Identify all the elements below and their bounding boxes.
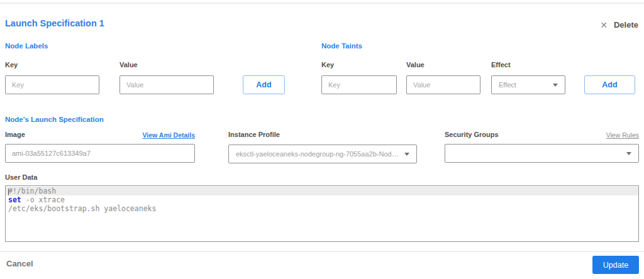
node-labels-section-title: Node Labels bbox=[5, 42, 48, 50]
user-data-editor[interactable]: #!/bin/bash set -o xtrace /etc/eks/boots… bbox=[5, 185, 639, 242]
cancel-button[interactable]: Cancel bbox=[6, 259, 33, 268]
node-taints-effect-select[interactable]: Effect bbox=[491, 75, 565, 94]
node-labels-row: Key Value Add bbox=[5, 61, 285, 94]
launch-specification-panel: Launch Specification 1 ✕ Delete Node Lab… bbox=[0, 0, 644, 279]
page-title: Launch Specification 1 bbox=[5, 18, 104, 28]
node-labels-add-button[interactable]: Add bbox=[243, 75, 285, 94]
image-field-group: Image View Ami Details bbox=[5, 131, 195, 163]
node-labels-key-input[interactable] bbox=[5, 75, 99, 94]
footer-divider bbox=[0, 251, 644, 252]
instance-profile-label: Instance Profile bbox=[228, 131, 417, 139]
node-labels-value-field: Value bbox=[119, 61, 214, 94]
security-groups-label: Security Groups bbox=[445, 131, 499, 139]
security-groups-field-group: Security Groups View Rules bbox=[445, 131, 639, 163]
code-keyword: set bbox=[8, 195, 21, 204]
chevron-down-icon bbox=[553, 84, 558, 87]
launch-spec-row: Image View Ami Details Instance Profile … bbox=[5, 131, 639, 163]
chevron-down-icon bbox=[626, 152, 631, 155]
instance-profile-field-group: Instance Profile eksctl-yaeloceaneks-nod… bbox=[228, 131, 417, 163]
chevron-down-icon bbox=[404, 153, 409, 156]
node-taints-effect-field: Effect Effect bbox=[491, 61, 565, 94]
update-button[interactable]: Update bbox=[592, 256, 639, 274]
code-line-3: /etc/eks/bootstrap.sh yaeloceaneks bbox=[6, 204, 638, 213]
node-labels-key-label: Key bbox=[5, 61, 99, 69]
code-line-2: set -o xtrace bbox=[6, 195, 638, 204]
instance-profile-value: eksctl-yaeloceaneks-nodegroup-ng-7055aa2… bbox=[236, 150, 399, 158]
node-labels-value-label: Value bbox=[119, 61, 214, 69]
image-label: Image bbox=[5, 131, 25, 139]
top-divider bbox=[0, 3, 644, 4]
code-line-1: #!/bin/bash bbox=[6, 187, 638, 195]
node-taints-section-title: Node Taints bbox=[321, 42, 362, 50]
node-taints-value-input[interactable] bbox=[406, 75, 480, 94]
node-taints-add-button[interactable]: Add bbox=[584, 75, 635, 94]
instance-profile-select[interactable]: eksctl-yaeloceaneks-nodegroup-ng-7055aa2… bbox=[228, 145, 417, 163]
node-labels-value-input[interactable] bbox=[119, 75, 214, 94]
launch-spec-section-title: Node's Launch Specification bbox=[5, 116, 104, 123]
node-labels-key-field: Key bbox=[5, 61, 99, 94]
view-rules-link[interactable]: View Rules bbox=[606, 131, 639, 139]
delete-button[interactable]: ✕ Delete bbox=[600, 20, 638, 30]
node-taints-value-label: Value bbox=[406, 61, 480, 69]
node-taints-effect-label: Effect bbox=[491, 61, 565, 69]
view-ami-details-link[interactable]: View Ami Details bbox=[143, 131, 195, 139]
security-groups-select[interactable] bbox=[445, 144, 639, 163]
code-line-3-text: /etc/eks/bootstrap.sh yaeloceaneks bbox=[8, 204, 156, 213]
node-taints-key-input[interactable] bbox=[321, 75, 397, 94]
node-taints-row: Key Value Effect Effect Add bbox=[321, 61, 635, 94]
node-taints-value-field: Value bbox=[406, 61, 480, 94]
close-icon: ✕ bbox=[600, 21, 608, 30]
image-input[interactable] bbox=[5, 144, 195, 163]
node-taints-key-field: Key bbox=[321, 61, 397, 94]
code-line-1-text: #!/bin/bash bbox=[8, 187, 56, 195]
delete-button-label: Delete bbox=[614, 20, 638, 30]
effect-select-placeholder: Effect bbox=[499, 81, 516, 89]
node-taints-key-label: Key bbox=[321, 61, 397, 69]
code-line-2-text: -o xtrace bbox=[21, 195, 65, 204]
user-data-label: User Data bbox=[5, 173, 37, 181]
